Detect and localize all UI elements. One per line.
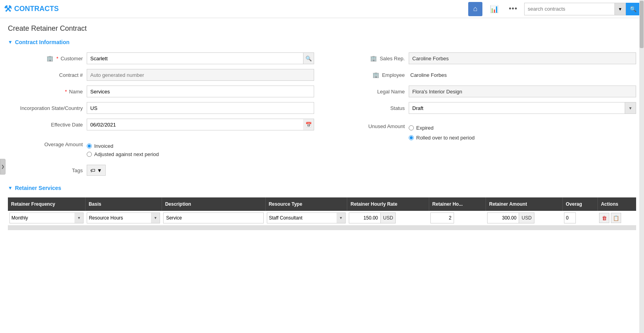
customer-search-button[interactable]: 🔍 (303, 52, 314, 64)
sales-rep-row: 🏢 Sales Rep. (330, 52, 636, 65)
col-resource-type: Resource Type (265, 197, 347, 211)
chart-button[interactable]: 📊 (487, 2, 501, 16)
unused-amount-row: Unused Amount Expired Rolled over to nex… (330, 122, 636, 144)
status-row: Status Draft Active Expired ▼ (330, 101, 636, 115)
status-select[interactable]: Draft Active Expired (409, 102, 625, 114)
hourly-rate-cell: USD (347, 211, 429, 225)
search-icon: 🔍 (305, 56, 312, 61)
calendar-button[interactable]: 📅 (303, 119, 314, 130)
hammer-icon: ⚒ (4, 4, 12, 14)
tags-button[interactable]: 🏷 ▼ (87, 165, 106, 176)
customer-input-wrap: 🔍 (87, 52, 314, 64)
retainer-amount-input[interactable] (487, 212, 519, 223)
side-panel-toggle[interactable]: ❯ (0, 159, 6, 175)
retainer-services-header[interactable]: ▼ Retainer Services (8, 185, 636, 191)
unused-amount-options: Expired Rolled over to next period (409, 122, 475, 144)
description-cell (162, 211, 265, 225)
effective-date-input[interactable] (87, 119, 303, 130)
home-button[interactable]: ⌂ (468, 2, 482, 16)
hourly-rate-currency: USD (380, 212, 396, 223)
col-amount: Retainer Amount (486, 197, 562, 211)
unused-amount-label: Unused Amount (330, 122, 409, 129)
chart-icon: 📊 (490, 5, 499, 13)
contract-info-form: 🏢 * Customer 🔍 Contract # (8, 52, 636, 177)
employee-value: Caroline Forbes (409, 72, 447, 78)
contract-number-input[interactable] (87, 69, 314, 81)
col-frequency: Retainer Frequency (8, 197, 85, 211)
col-description: Description (162, 197, 265, 211)
search-submit-button[interactable]: 🔍 (626, 3, 640, 15)
customer-icon: 🏢 (47, 55, 53, 61)
resource-type-cell: Staff Consultant Senior Consultant ▼ (265, 211, 347, 225)
search-dropdown-button[interactable]: ▼ (615, 3, 626, 15)
name-row: * Name (8, 85, 314, 98)
contract-info-section: ▼ Contract Information 🏢 * Customer 🔍 (8, 39, 636, 177)
name-label: * Name (8, 89, 87, 95)
legal-name-input[interactable] (409, 86, 636, 97)
page-scrollbar[interactable] (639, 0, 644, 333)
effective-date-wrap: 📅 (87, 119, 314, 130)
calendar-icon: 📅 (305, 122, 312, 128)
tags-row: Tags 🏷 ▼ (8, 164, 314, 177)
contract-number-label: Contract # (8, 72, 87, 78)
col-overage: Overag (562, 197, 597, 211)
customer-input[interactable] (87, 52, 303, 64)
basis-select[interactable]: Resource Hours Fixed Amount (87, 213, 151, 223)
app-logo: ⚒ CONTRACTS (4, 4, 59, 14)
app-header: ⚒ CONTRACTS ⌂ 📊 ••• ▼ 🔍 (0, 0, 644, 18)
resource-type-select[interactable]: Staff Consultant Senior Consultant (267, 213, 337, 223)
overage-adjusted-radio[interactable] (87, 152, 92, 157)
incorporation-label: Incorporation State/Country (8, 105, 87, 111)
retainer-services-title: Retainer Services (15, 185, 61, 191)
col-hourly-rate: Retainer Hourly Rate (347, 197, 429, 211)
overage-invoiced-row: Invoiced (87, 143, 159, 149)
tag-icon: 🏷 (90, 167, 95, 173)
app-title: CONTRACTS (14, 5, 59, 13)
col-actions: Actions (597, 197, 636, 211)
resource-type-arrow: ▼ (337, 213, 345, 223)
retainer-services-section: ▼ Retainer Services Retainer Frequency B… (8, 185, 636, 230)
col-basis: Basis (85, 197, 162, 211)
col-hours: Retainer Ho... (429, 197, 486, 211)
retainer-amount-currency: USD (519, 212, 534, 223)
frequency-select[interactable]: Monthly Weekly Yearly (10, 213, 74, 223)
chevron-down-icon: ▼ (8, 39, 13, 45)
unused-expired-radio[interactable] (409, 125, 414, 130)
tags-label: Tags (8, 167, 87, 173)
basis-cell: Resource Hours Fixed Amount ▼ (85, 211, 162, 225)
unused-rolled-radio[interactable] (409, 135, 414, 140)
overage-options: Invoiced Adjusted against next period (87, 143, 159, 157)
status-label: Status (330, 105, 409, 111)
sales-rep-input[interactable] (409, 52, 636, 64)
contract-info-header[interactable]: ▼ Contract Information (8, 39, 636, 45)
frequency-cell: Monthly Weekly Yearly ▼ (8, 211, 85, 225)
header-icons: ⌂ 📊 ••• (468, 2, 520, 16)
overage-invoiced-radio[interactable] (87, 143, 92, 149)
hours-cell (429, 211, 486, 225)
incorporation-input[interactable] (87, 102, 314, 114)
chevron-down-icon: ▼ (618, 7, 622, 11)
overage-cell (562, 211, 597, 225)
overage-amount-label: Overage Amount (8, 140, 87, 147)
description-input[interactable] (163, 212, 264, 223)
customer-row: 🏢 * Customer 🔍 (8, 52, 314, 65)
sales-rep-label: 🏢 Sales Rep. (330, 55, 409, 61)
frequency-select-wrap: Monthly Weekly Yearly ▼ (9, 212, 84, 223)
effective-date-label: Effective Date (8, 122, 87, 128)
search-container: ▼ 🔍 (524, 3, 640, 15)
name-input[interactable] (87, 86, 314, 97)
form-right: 🏢 Sales Rep. 🏢 Employee Caroline Forbes (330, 52, 636, 177)
overage-input[interactable] (564, 212, 576, 223)
table-row: Monthly Weekly Yearly ▼ Res (8, 211, 636, 225)
copy-row-button[interactable]: 📋 (611, 213, 621, 223)
hourly-rate-input[interactable] (349, 212, 380, 223)
hours-input[interactable] (430, 212, 454, 223)
retainer-amount-cell: USD (486, 211, 562, 225)
search-input[interactable] (524, 3, 615, 15)
delete-row-button[interactable]: 🗑 (599, 213, 609, 223)
overage-invoiced-label: Invoiced (94, 143, 113, 149)
sales-rep-icon: 🏢 (370, 55, 377, 61)
scrollbar-thumb[interactable] (640, 1, 644, 48)
table-scrollbar[interactable] (8, 225, 636, 230)
more-button[interactable]: ••• (506, 2, 520, 16)
